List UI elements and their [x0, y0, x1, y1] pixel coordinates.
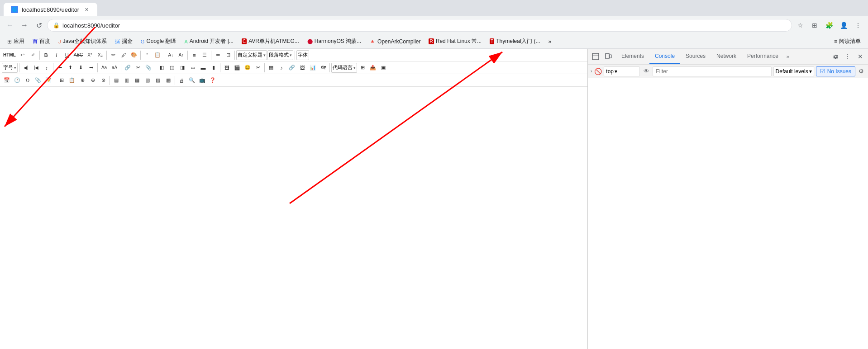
undo-btn[interactable]: ↩ [18, 50, 28, 60]
unordered-list-btn[interactable]: ≡ [189, 50, 199, 60]
bookmark-openark[interactable]: 🔺 OpenArkCompiler [366, 36, 424, 47]
bookmark-baidu[interactable]: 百 百度 [29, 36, 54, 47]
color-picker-btn[interactable]: 🎨 [129, 50, 139, 60]
bookmark-android[interactable]: A Android 开发者 |... [181, 36, 237, 47]
superscript-btn[interactable]: X² [85, 50, 95, 60]
source-btn[interactable]: HTML [2, 50, 17, 60]
align-justify-btn[interactable]: ⬇ [76, 63, 86, 73]
bookmark-juejin[interactable]: 掘 掘金 [111, 36, 136, 47]
uppercase-btn[interactable]: Aa [99, 63, 109, 73]
paragraph-select[interactable]: 段落格式 ▾ [267, 50, 293, 60]
ordered-list-btn[interactable]: ☰ [200, 50, 210, 60]
blockquote-btn[interactable]: " [142, 50, 152, 60]
console-clear-button[interactable]: 🚫 [594, 67, 602, 75]
more-tabs-button[interactable]: » [784, 49, 792, 64]
address-bar-input[interactable]: 🔒 localhost:8090/ueditor [47, 19, 792, 32]
word-image-btn[interactable]: 📤 [368, 63, 378, 73]
close-tab-button[interactable]: ✕ [83, 6, 90, 13]
symbol-btn[interactable]: Ω [23, 75, 33, 85]
heading-select[interactable]: 自定义标题 ▾ [236, 50, 267, 60]
bookmark-avr[interactable]: C AVR单片机ATMEG... [238, 36, 303, 47]
scrawl-btn[interactable]: ✂ [253, 63, 263, 73]
emotion-btn[interactable]: 😊 [243, 63, 253, 73]
bookmark-redhat[interactable]: R Red Hat Linux 常... [425, 36, 485, 47]
tab-network[interactable]: Network [711, 49, 742, 64]
bold-btn[interactable]: B [41, 50, 51, 60]
snapshot-btn[interactable]: ▣ [378, 63, 388, 73]
attach2-btn[interactable]: 📎 [33, 75, 43, 85]
profile-button[interactable]: 👤 [837, 19, 850, 32]
bookmark-star-button[interactable]: ☆ [794, 19, 806, 32]
console-filter-input[interactable] [653, 66, 771, 76]
indent-decrease-btn[interactable]: ◀| [21, 63, 31, 73]
indent-increase-btn[interactable]: |◀ [31, 63, 41, 73]
bookmark-more[interactable]: » [545, 36, 555, 47]
tab-sources[interactable]: Sources [680, 49, 711, 64]
map-btn[interactable]: 🗺 [318, 63, 328, 73]
devtools-inspect-button[interactable] [590, 51, 601, 62]
table-btn[interactable]: ▦ [266, 63, 276, 73]
rowcol-btn[interactable]: 📋 [67, 75, 77, 85]
tab-console[interactable]: Console [649, 49, 680, 64]
backcolor-btn[interactable]: 🖊 [119, 50, 129, 60]
back-button[interactable]: ← [4, 19, 16, 32]
devtools-menu-button[interactable]: ⋮ [842, 51, 854, 62]
date-btn[interactable]: 📅 [2, 75, 12, 85]
preview-btn[interactable]: 🔍 [187, 75, 197, 85]
browser-tab[interactable]: 🌐 localhost:8090/ueditor ✕ [4, 3, 97, 16]
splitrow-btn[interactable]: ▨ [153, 75, 163, 85]
log-level-select[interactable]: Default levels ▾ [773, 66, 814, 76]
tpl-btn[interactable]: ▮ [209, 63, 219, 73]
align-right-btn[interactable]: ⊡ [223, 50, 233, 60]
console-eye-button[interactable]: 👁 [642, 67, 651, 76]
bookmark-thymeleaf[interactable]: T Thymeleaf入门 (... [486, 36, 544, 47]
refresh-button[interactable]: ↺ [33, 19, 45, 32]
pagebreak-btn[interactable]: ▬ [198, 63, 208, 73]
image-btn[interactable]: 🖼 [222, 63, 232, 73]
img-left-btn[interactable]: ◧ [157, 63, 167, 73]
tab-search-button[interactable]: ⊞ [808, 19, 821, 32]
line-height-btn[interactable]: ↕ [42, 63, 52, 73]
codelang-select[interactable]: 代码语言 ▾ [331, 63, 357, 73]
table2-btn[interactable]: ⊞ [57, 75, 67, 85]
forward-button[interactable]: → [18, 19, 31, 32]
anchor-btn[interactable]: 📎 [143, 63, 153, 73]
extensions-button[interactable]: 🧩 [823, 19, 835, 32]
delcol-btn[interactable]: ⊗ [98, 75, 108, 85]
no-issues-badge[interactable]: ☑ No Issues [816, 66, 855, 76]
devtools-device-button[interactable] [602, 51, 614, 62]
lowercase-btn[interactable]: aA [110, 63, 119, 73]
reading-list[interactable]: ≡ 阅读清单 [830, 36, 864, 47]
context-select[interactable]: top ▾ [604, 66, 640, 76]
console-settings-button[interactable]: ⚙ [857, 67, 865, 75]
bookmark-java[interactable]: J Java全栈知识体系 [55, 36, 110, 47]
devtools-settings-button[interactable] [829, 51, 841, 62]
font-select[interactable]: 字体 [296, 50, 309, 60]
align-right2-btn[interactable]: ➡ [86, 63, 96, 73]
forecolor-btn[interactable]: ✏ [108, 50, 118, 60]
subscript-btn[interactable]: X₂ [95, 50, 105, 60]
hr-btn[interactable]: ▭ [188, 63, 198, 73]
splitcol-btn[interactable]: ▩ [163, 75, 173, 85]
fontsize-select[interactable]: 字号 ▾ [2, 63, 18, 73]
insert-code-btn[interactable]: ⊞ [358, 63, 367, 73]
tab-elements[interactable]: Elements [616, 49, 649, 64]
align-left-btn[interactable]: ⬅ [213, 50, 223, 60]
img-right-btn[interactable]: ◨ [177, 63, 187, 73]
italic-btn[interactable]: I [52, 50, 62, 60]
mergetop-btn[interactable]: ▦ [132, 75, 142, 85]
mergeright-btn[interactable]: ▥ [122, 75, 132, 85]
form-btn[interactable]: 📝 [43, 75, 53, 85]
fullscreen-btn[interactable]: 📺 [197, 75, 207, 85]
link-btn[interactable]: 🔗 [123, 63, 133, 73]
redo-btn[interactable]: ⤶ [28, 50, 38, 60]
pasteplain-btn[interactable]: 📋 [153, 50, 162, 60]
print-btn[interactable]: 🖨 [176, 75, 186, 85]
delrow-btn[interactable]: ⊖ [88, 75, 98, 85]
align-left2-btn[interactable]: ⬅ [55, 63, 65, 73]
unlink-btn[interactable]: ✂ [133, 63, 143, 73]
underline-btn[interactable]: U [62, 50, 72, 60]
bookmark-apps[interactable]: ⊞ 应用 [4, 36, 28, 47]
fontsize-down-btn[interactable]: A↓ [166, 50, 176, 60]
img-center-btn[interactable]: ◫ [167, 63, 177, 73]
